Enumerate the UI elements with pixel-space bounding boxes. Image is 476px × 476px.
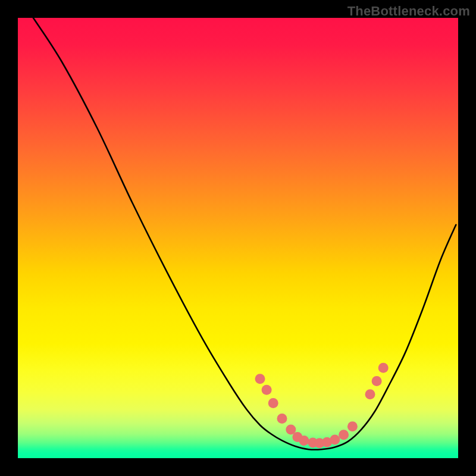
curve-marker <box>372 376 382 386</box>
curve-marker <box>262 385 272 395</box>
curve-marker <box>255 374 265 384</box>
curve-marker <box>365 389 375 399</box>
curve-marker <box>268 398 278 408</box>
curve-marker <box>347 421 358 431</box>
curve-marker <box>299 436 309 446</box>
curve-marker <box>330 434 340 444</box>
curve-marker <box>277 414 287 424</box>
chart-svg <box>18 18 458 458</box>
outer-frame: TheBottleneck.com <box>0 0 476 476</box>
curve-marker <box>378 363 389 373</box>
curve-marker <box>339 430 349 440</box>
plot-area <box>18 18 458 458</box>
bottleneck-curve <box>33 18 456 450</box>
attribution-text: TheBottleneck.com <box>347 4 470 19</box>
curve-markers <box>255 363 389 449</box>
